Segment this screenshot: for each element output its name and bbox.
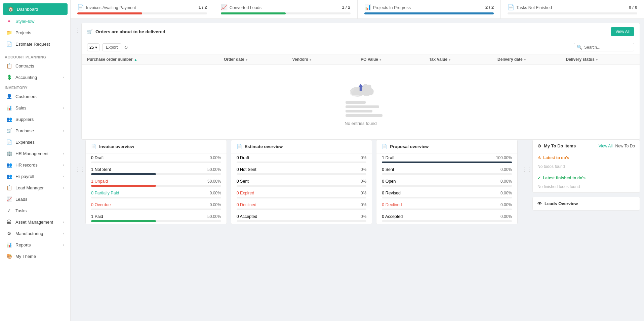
estimate-icon: 📄 (6, 41, 12, 47)
chevron-icon: ‹ (63, 231, 64, 235)
sidebar-item-label: Expenses (15, 140, 35, 145)
drag-handle-right[interactable]: ⋮⋮ (522, 140, 528, 224)
sidebar-item-lead-manager[interactable]: 📋 Lead Manager ‹ (1, 182, 69, 193)
leads-stat-icon: 📈 (221, 4, 228, 10)
lead-manager-icon: 📋 (6, 185, 12, 190)
sidebar-item-label: Contracts (15, 63, 34, 68)
stat-bar-fill (364, 12, 494, 14)
ov-label-unpaid[interactable]: 1 Unpaid (91, 179, 201, 184)
sidebar-item-label: Manufacturing (15, 231, 43, 236)
ov-row-partially-paid[interactable]: 0 Partially Paid 0.00% (86, 189, 227, 196)
sidebar-item-label: Purchase (15, 128, 34, 133)
new-todo-button[interactable]: New To Do (615, 144, 635, 148)
th-delivery-date[interactable]: Delivery date ▾ (497, 57, 566, 62)
check-icon: ✓ (537, 176, 541, 180)
orders-section: 🛒 Orders are about to be delivered View … (81, 23, 640, 140)
main-content: 📄Invoices Awaiting Payment 1 / 2 📈Conver… (71, 0, 644, 321)
ov-row: 0 Sent0% (231, 177, 372, 184)
chevron-icon: ‹ (63, 151, 64, 155)
sidebar-item-reports[interactable]: 📊 Reports ‹ (1, 239, 69, 250)
todo-icon: ⊙ (537, 143, 541, 148)
sidebar-item-label: Projects (15, 30, 31, 35)
chevron-icon: ‹ (63, 75, 64, 79)
sidebar-item-expenses[interactable]: 📄 Expenses (1, 136, 69, 148)
ov-label-overdue[interactable]: 0 Overdue (91, 202, 201, 207)
sidebar-item-hr-payroll[interactable]: 👥 Hr payroll ‹ (1, 171, 69, 182)
chevron-icon: ‹ (63, 186, 64, 190)
caret-icon: ▾ (246, 58, 247, 61)
stat-tasks-not-finished[interactable]: 📄Tasks Not Finished 0 / 0 (501, 0, 644, 18)
sidebar-item-styleflow[interactable]: ✦ StyleFlow (1, 15, 69, 27)
ov-label: 0 Draft (91, 155, 201, 160)
sidebar-item-customers[interactable]: 👤 Customers (1, 91, 69, 102)
view-all-todo-button[interactable]: View All (599, 144, 613, 148)
sidebar-item-dashboard[interactable]: 🏠 Dashboard (3, 3, 68, 15)
th-order-date[interactable]: Order date ▾ (224, 57, 292, 62)
stat-label: Projects In Progress (373, 5, 411, 10)
sidebar-item-suppliers[interactable]: 👥 Suppliers (1, 113, 69, 125)
sidebar-item-leads[interactable]: 📈 Leads (1, 193, 69, 205)
sidebar-item-hr-management[interactable]: 🏢 HR Management ‹ (1, 148, 69, 159)
sidebar-item-sales[interactable]: 📊 Sales ‹ (1, 102, 69, 113)
proposal-overview-icon: 📄 (382, 144, 387, 149)
styleflow-icon: ✦ (6, 18, 12, 24)
ov-row[interactable]: 0 Declined0.00% (376, 200, 517, 208)
drag-handle-orders[interactable]: ⋮⋮ (75, 23, 81, 140)
hr-management-icon: 🏢 (6, 151, 12, 156)
invoice-stat-icon: 📄 (77, 4, 84, 10)
th-delivery-status[interactable]: Delivery status ▾ (566, 57, 635, 62)
ov-pct: 50.00% (203, 179, 221, 184)
sidebar-item-asset-management[interactable]: 🏛 Asset Management ‹ (1, 216, 69, 228)
reports-icon: 📊 (6, 242, 12, 247)
sidebar-item-purchase[interactable]: 🛒 Purchase ‹ (1, 125, 69, 136)
ov-pct: 0.00% (203, 202, 221, 207)
ov-row-unpaid[interactable]: 1 Unpaid 50.00% (86, 177, 227, 184)
view-all-button[interactable]: View All (611, 27, 634, 36)
stat-bar-fill (221, 12, 286, 14)
ov-bar-track (91, 209, 221, 210)
ov-pct: 0.00% (203, 155, 221, 160)
search-input[interactable] (584, 45, 631, 50)
ov-row[interactable]: 0 Declined0% (231, 200, 372, 208)
sidebar-item-projects[interactable]: 📁 Projects (1, 27, 69, 38)
stat-value: 1 / 2 (198, 5, 207, 10)
sidebar-item-accounting[interactable]: 💲 Accounting ‹ (1, 72, 69, 83)
stat-value: 1 / 2 (342, 5, 350, 10)
ov-row-overdue[interactable]: 0 Overdue 0.00% (86, 200, 227, 208)
chevron-icon: ‹ (63, 129, 64, 133)
invoice-overview-panel: 📄 Invoice overview 0 Draft 0.00% 1 Not S… (85, 140, 227, 224)
sidebar-item-label: Sales (15, 105, 27, 110)
ov-pct: 0.00% (203, 191, 221, 195)
stats-bar: 📄Invoices Awaiting Payment 1 / 2 📈Conver… (71, 0, 644, 19)
sidebar-item-my-theme[interactable]: 🎨 My Theme (1, 250, 69, 262)
refresh-button[interactable]: ↻ (124, 45, 128, 50)
th-tax-value[interactable]: Tax Value ▾ (429, 57, 498, 62)
ov-bar-track (91, 185, 221, 187)
stat-converted-leads[interactable]: 📈Converted Leads 1 / 2 (214, 0, 358, 18)
dashboard-icon: 🏠 (7, 6, 13, 12)
stat-invoices-awaiting[interactable]: 📄Invoices Awaiting Payment 1 / 2 (71, 0, 214, 18)
ov-bar-track (91, 220, 221, 222)
th-purchase-order[interactable]: Purchase order number ▲ (87, 57, 224, 62)
sidebar-item-contracts[interactable]: 📋 Contracts (1, 60, 69, 72)
export-button[interactable]: Export (102, 43, 121, 51)
sidebar-item-estimate-request[interactable]: 📄 Estimate Request (1, 38, 69, 50)
sidebar-item-hr-records[interactable]: 👥 HR records ‹ (1, 159, 69, 171)
ov-row: 1 Draft100.00% (376, 153, 517, 161)
drag-handle-bottom[interactable]: ⋮⋮ (75, 140, 81, 224)
rows-per-page[interactable]: 25 ▾ (87, 43, 99, 51)
sales-icon: 📊 (6, 105, 12, 110)
stat-projects-progress[interactable]: 📊Projects In Progress 2 / 2 (358, 0, 501, 18)
sidebar-item-label: Customers (15, 94, 37, 99)
ov-row[interactable]: 0 Expired0% (231, 189, 372, 196)
purchase-icon: 🛒 (6, 128, 12, 133)
hr-payroll-icon: 👥 (6, 174, 12, 179)
th-po-value[interactable]: PO Value ▾ (361, 57, 429, 62)
sidebar-item-tasks[interactable]: ✓ Tasks (1, 205, 69, 216)
ov-row-paid: 1 Paid 50.00% (86, 212, 227, 220)
ov-label-partial[interactable]: 0 Partially Paid (91, 191, 201, 195)
th-vendors[interactable]: Vendors ▾ (292, 57, 361, 62)
sidebar-item-manufacturing[interactable]: ⚙ Manufacturing ‹ (1, 228, 69, 239)
ov-bar-track (91, 162, 221, 163)
estimate-overview-panel: 📄 Estimate overview 0 Draft0% 0 Not Sent… (231, 140, 372, 224)
